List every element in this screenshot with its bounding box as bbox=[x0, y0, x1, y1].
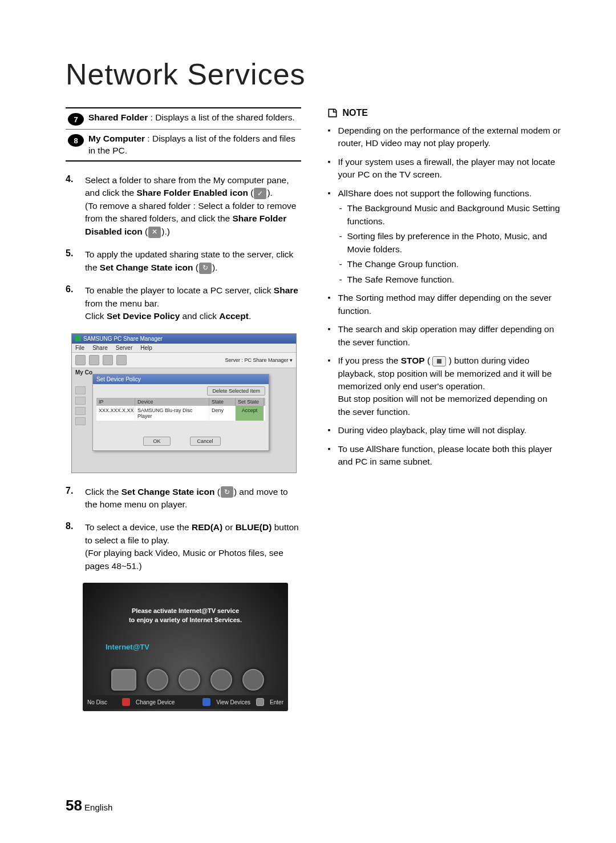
photo-icon[interactable] bbox=[179, 669, 200, 691]
t: Click the bbox=[85, 487, 121, 497]
t: To select a device, use the bbox=[85, 522, 192, 532]
note-item-stop: If you press the STOP ( ) button during … bbox=[327, 354, 562, 418]
note-heading: NOTE bbox=[327, 107, 562, 119]
note-subitem: The Change Group function. bbox=[338, 258, 562, 271]
ok-button[interactable]: OK bbox=[143, 437, 170, 446]
definition-table: 7 Shared Folder : Displays a list of the… bbox=[66, 107, 301, 162]
menu-item[interactable]: Help bbox=[140, 345, 152, 351]
t: Set Change State icon bbox=[121, 487, 215, 497]
tb-icon[interactable] bbox=[103, 355, 113, 365]
num-circle-7-icon: 7 bbox=[68, 113, 84, 126]
footer-bar: No Disc Change Device View Devices Enter bbox=[83, 695, 288, 709]
right-column: NOTE Depending on the performance of the… bbox=[327, 107, 562, 711]
def-term: My Computer bbox=[88, 134, 145, 143]
set-device-policy-dialog: Set Device Policy Delete Selected Item I… bbox=[92, 374, 269, 451]
def-text-8: My Computer : Displays a list of the fol… bbox=[88, 133, 301, 157]
delete-selected-button[interactable]: Delete Selected Item bbox=[207, 386, 265, 396]
t: If you press the bbox=[338, 356, 401, 365]
th-device: Device bbox=[135, 398, 209, 406]
note-item: The Sorting method may differ depending … bbox=[327, 292, 562, 317]
page-number: 58 bbox=[66, 797, 82, 814]
tb-icon[interactable] bbox=[75, 355, 86, 365]
note-item: If your system uses a firewall, the play… bbox=[327, 156, 562, 181]
player-home-screenshot: Please activate Internet@TV service to e… bbox=[83, 583, 288, 711]
pc-share-manager-screenshot: SAMSUNG PC Share Manager File Share Serv… bbox=[71, 333, 297, 473]
enter-label: Enter bbox=[270, 699, 283, 705]
t: STOP bbox=[401, 356, 425, 365]
page-lang: English bbox=[84, 802, 112, 812]
menu-item[interactable]: File bbox=[75, 345, 84, 351]
view-devices-label: View Devices bbox=[216, 699, 250, 705]
def-term: Shared Folder bbox=[88, 112, 148, 122]
note-item: AllShare does not support the following … bbox=[327, 187, 562, 286]
share-disabled-icon: ✕ bbox=[148, 227, 161, 238]
red-a-key-icon bbox=[122, 698, 130, 706]
step-num: 8. bbox=[66, 521, 85, 572]
t: . bbox=[249, 311, 251, 321]
disc-icon[interactable] bbox=[147, 669, 168, 691]
note-item: Depending on the performance of the exte… bbox=[327, 124, 562, 150]
share-enabled-icon: ✓ bbox=[254, 188, 266, 199]
card-icon[interactable] bbox=[111, 669, 136, 691]
step-8: 8. To select a device, use the RED(A) or… bbox=[66, 521, 301, 572]
t: and click bbox=[180, 311, 219, 321]
t: BLUE(D) bbox=[236, 522, 272, 532]
menu-item[interactable]: Share bbox=[92, 345, 108, 351]
step-body: To enable the player to locate a PC serv… bbox=[85, 284, 301, 322]
t: ( bbox=[193, 263, 198, 272]
device-table: IP Device State Set State XXX.XXX.X.XX S… bbox=[96, 398, 265, 421]
settings-icon[interactable] bbox=[242, 669, 264, 691]
dlg-title: Set Device Policy bbox=[93, 374, 269, 384]
t: AllShare does not support the following … bbox=[338, 188, 532, 198]
step-5: 5. To apply the updated sharing state to… bbox=[66, 248, 301, 274]
t: Share Folder Enabled icon bbox=[136, 188, 248, 197]
app-icon bbox=[75, 336, 81, 341]
note-item: To use AllShare function, please locate … bbox=[327, 443, 562, 469]
def-desc: : Displays a list of the shared folders. bbox=[148, 112, 295, 122]
t: ( bbox=[425, 356, 433, 365]
change-device-label: Change Device bbox=[136, 699, 175, 705]
t: (For playing back Video, Music or Photos… bbox=[85, 548, 283, 570]
note-list: Depending on the performance of the exte… bbox=[327, 124, 562, 469]
step-num: 6. bbox=[66, 284, 85, 322]
cancel-button[interactable]: Cancel bbox=[190, 437, 221, 446]
td-state: Deny bbox=[209, 406, 236, 421]
menu-item[interactable]: Server bbox=[116, 345, 132, 351]
tb-icon[interactable] bbox=[116, 355, 127, 365]
step-num: 4. bbox=[66, 174, 85, 238]
th-state: State bbox=[209, 398, 236, 406]
t: from the menu bar. bbox=[85, 299, 159, 308]
t: ).) bbox=[161, 227, 170, 236]
note-subitem: Sorting files by preference in the Photo… bbox=[338, 230, 562, 256]
t: To enable the player to locate a PC serv… bbox=[85, 285, 274, 295]
step-6: 6. To enable the player to locate a PC s… bbox=[66, 284, 301, 322]
note-subitem: The Background Music and Background Musi… bbox=[338, 202, 562, 228]
server-dropdown[interactable]: Server : PC Share Manager ▾ bbox=[225, 357, 293, 363]
stop-button-icon bbox=[432, 356, 446, 366]
def-row-7: 7 Shared Folder : Displays a list of the… bbox=[66, 108, 301, 129]
note-item: During video playback, play time will no… bbox=[327, 424, 562, 437]
step-num: 5. bbox=[66, 248, 85, 274]
note-heading-text: NOTE bbox=[343, 108, 368, 118]
t: But stop position will not be memorized … bbox=[338, 394, 548, 416]
t: RED(A) bbox=[192, 522, 222, 532]
activation-message: Please activate Internet@TV service to e… bbox=[83, 607, 288, 624]
step-body: To apply the updated sharing state to th… bbox=[85, 248, 301, 274]
tb-icon[interactable] bbox=[89, 355, 99, 365]
t: Click bbox=[85, 311, 107, 321]
accept-button[interactable]: Accept bbox=[236, 406, 264, 421]
step-body: To select a device, use the RED(A) or BL… bbox=[85, 521, 301, 572]
music-icon[interactable] bbox=[210, 669, 232, 691]
t: ( bbox=[248, 188, 253, 197]
sg-toolbar: Server : PC Share Manager ▾ bbox=[72, 353, 296, 368]
step-7: 7. Click the Set Change State icon (↻) a… bbox=[66, 486, 301, 511]
def-text-7: Shared Folder : Displays a list of the s… bbox=[88, 112, 295, 124]
td-device: SAMSUNG Blu-ray Disc Player bbox=[135, 406, 209, 421]
note-sublist: The Background Music and Background Musi… bbox=[338, 202, 562, 286]
set-change-state-icon: ↻ bbox=[221, 486, 233, 498]
t: or bbox=[222, 522, 235, 532]
table-row[interactable]: XXX.XXX.X.XX SAMSUNG Blu-ray Disc Player… bbox=[96, 406, 265, 421]
t: Accept bbox=[219, 311, 249, 321]
step-num: 7. bbox=[66, 486, 85, 511]
set-change-state-icon: ↻ bbox=[199, 263, 212, 274]
